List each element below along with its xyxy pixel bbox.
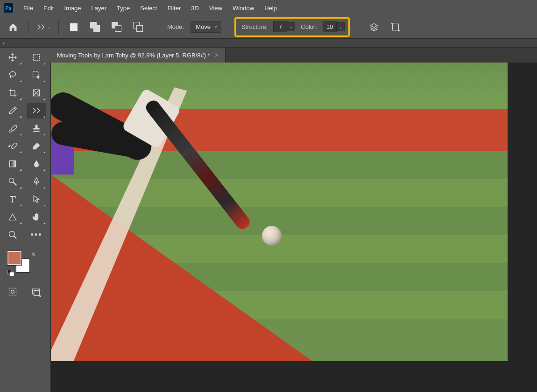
highlighted-options: Structure: 7 ⌄ Color: 10 ⌄	[234, 17, 350, 37]
add-selection-button[interactable]	[87, 19, 104, 35]
foreground-color-swatch[interactable]	[7, 251, 21, 265]
color-input[interactable]: 10 ⌄	[323, 21, 345, 32]
panel-collapse-bar[interactable]: ‹‹	[0, 38, 537, 48]
separator	[28, 20, 28, 34]
menu-view[interactable]: View	[205, 3, 227, 14]
shape-tool[interactable]	[3, 209, 22, 225]
menu-image[interactable]: Image	[59, 3, 85, 14]
frame-tool[interactable]	[27, 85, 46, 101]
crop-tool[interactable]	[3, 85, 22, 101]
menu-select[interactable]: Select	[135, 3, 162, 14]
content-aware-move-tool[interactable]	[27, 103, 46, 119]
chevron-down-icon[interactable]: ⌄	[337, 22, 345, 31]
svg-point-2	[9, 72, 15, 77]
menu-3d[interactable]: 3D	[186, 3, 204, 14]
close-icon[interactable]: ×	[215, 51, 219, 59]
swap-colors-icon[interactable]: ⤭	[31, 251, 35, 258]
svg-rect-0	[392, 24, 398, 30]
edit-toolbar-button[interactable]: •••	[27, 227, 46, 243]
svg-point-7	[36, 182, 37, 183]
transform-on-drop-button[interactable]	[387, 19, 404, 35]
menu-layer[interactable]: Layer	[87, 3, 112, 14]
tool-preset-button[interactable]: ⌄	[35, 19, 52, 35]
gradient-tool[interactable]	[3, 156, 22, 172]
eyedropper-tool[interactable]	[3, 103, 22, 119]
document-tab[interactable]: Moving Tools by Lam Toby @ 92.9% (Layer …	[50, 48, 226, 63]
canvas[interactable]	[51, 63, 508, 361]
svg-point-12	[11, 290, 14, 294]
pen-tool[interactable]	[27, 174, 46, 189]
subtract-selection-button[interactable]	[108, 19, 125, 35]
work-area: Moving Tools by Lam Toby @ 92.9% (Layer …	[50, 48, 537, 392]
svg-rect-5	[9, 161, 15, 167]
type-tool[interactable]	[3, 191, 22, 207]
quick-mask-button[interactable]	[7, 286, 19, 298]
svg-rect-10	[10, 272, 14, 276]
canvas-area[interactable]	[50, 63, 537, 392]
brush-tool[interactable]	[3, 120, 22, 136]
eraser-tool[interactable]	[27, 138, 46, 154]
hand-tool[interactable]	[27, 209, 46, 225]
sample-all-layers-button[interactable]	[366, 19, 382, 35]
svg-rect-11	[9, 288, 16, 295]
smudge-tool[interactable]	[27, 156, 46, 172]
menu-file[interactable]: File	[19, 3, 38, 14]
stamp-tool[interactable]	[27, 120, 46, 136]
dodge-tool[interactable]	[3, 174, 22, 189]
marquee-tool[interactable]	[27, 49, 46, 65]
mode-select[interactable]: Move	[191, 21, 221, 33]
toolbox: ••• ⤭	[0, 48, 50, 392]
options-bar: ⌄ Mode: Move Structure: 7 ⌄ Color: 10 ⌄	[0, 16, 537, 38]
new-selection-button[interactable]	[65, 19, 82, 35]
document-tab-bar: Moving Tools by Lam Toby @ 92.9% (Layer …	[50, 48, 537, 63]
intersect-selection-button[interactable]	[130, 19, 147, 35]
document-title: Moving Tools by Lam Toby @ 92.9% (Layer …	[57, 52, 210, 59]
svg-rect-1	[33, 54, 39, 60]
app-icon: Ps	[4, 3, 13, 13]
zoom-tool[interactable]	[3, 227, 22, 243]
structure-input[interactable]: 7 ⌄	[273, 21, 295, 32]
lasso-tool[interactable]	[3, 67, 22, 83]
color-label: Color:	[301, 23, 317, 30]
menu-help[interactable]: Help	[260, 3, 282, 14]
move-tool[interactable]	[3, 49, 22, 65]
home-button[interactable]	[5, 19, 21, 35]
mode-label: Mode:	[167, 23, 184, 30]
default-colors-icon[interactable]	[7, 270, 14, 278]
svg-rect-14	[34, 291, 40, 296]
quick-select-tool[interactable]	[27, 67, 46, 83]
chevron-down-icon[interactable]: ⌄	[287, 22, 295, 31]
history-brush-tool[interactable]	[3, 138, 22, 154]
screen-mode-button[interactable]	[30, 286, 42, 298]
menu-bar: Ps File Edit Image Layer Type Select Fil…	[0, 0, 537, 16]
menu-edit[interactable]: Edit	[39, 3, 58, 14]
menu-window[interactable]: Window	[228, 3, 259, 14]
menu-filter[interactable]: Filter	[163, 3, 185, 14]
color-swatches: ⤭	[7, 251, 48, 279]
menu-type[interactable]: Type	[112, 3, 134, 14]
structure-label: Structure:	[241, 23, 268, 30]
path-select-tool[interactable]	[27, 191, 46, 207]
separator	[58, 20, 59, 34]
